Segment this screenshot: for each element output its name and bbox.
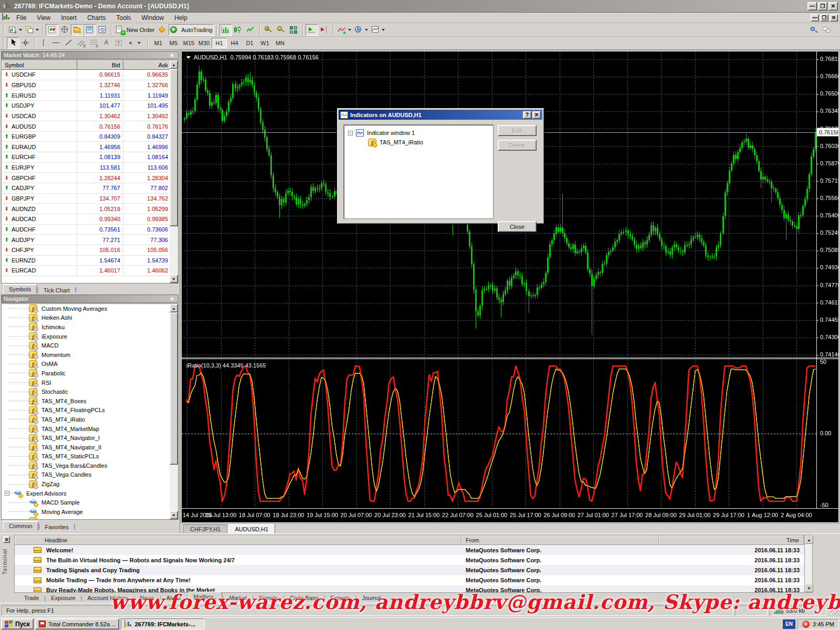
market-watch-row[interactable]: ⬆CADJPY 77.767 77.802 (2, 183, 171, 194)
column-header-headline[interactable]: Headline (15, 536, 461, 544)
chart-collapse-icon[interactable] (186, 56, 191, 59)
tree-collapse-icon[interactable]: − (348, 131, 353, 135)
navigator-item-partial[interactable]: f (2, 517, 178, 520)
mailbox-row[interactable]: Buy Ready-Made Robots, Magazines and Boo… (15, 585, 813, 593)
menu-charts[interactable]: Charts (82, 13, 111, 23)
navigator-item-tas-vega-bars-candles[interactable]: fTAS_Vega Bars&Candles (2, 461, 178, 470)
timeframe-m1[interactable]: M1 (151, 38, 166, 48)
dropdown-arrow-icon[interactable] (348, 29, 351, 31)
autotrading-button[interactable]: AutoTrading (169, 24, 214, 36)
market-watch-row[interactable]: ⬆EURNZD 1.54674 1.54739 (2, 255, 171, 266)
clock[interactable]: 3:45 PM (813, 621, 834, 627)
auto-scroll-button[interactable] (306, 24, 318, 36)
navigator-item-parabolic[interactable]: fParabolic (2, 369, 178, 378)
dropdown-arrow-icon[interactable] (138, 42, 141, 44)
chart-tab-audusd-h1[interactable]: AUDUSD,H1 (228, 524, 275, 533)
market-watch-row[interactable]: ⬆EURJPY 113.581 113.606 (2, 162, 171, 173)
start-button[interactable]: Пуск (1, 618, 34, 629)
language-indicator[interactable]: EN (783, 620, 795, 629)
terminal-tab-alerts[interactable]: Alerts (162, 593, 186, 603)
terminal-tab-code-base[interactable]: Code Base (285, 593, 323, 603)
terminal-tab-exposure[interactable]: Exposure (46, 593, 80, 603)
chart-tab-chfjpy-h1[interactable]: CHFJPY,H1 (183, 524, 227, 533)
search-button[interactable] (807, 24, 820, 36)
dialog-indicator-list[interactable]: − Indicator window 1 f TAS_MT4_iRatio (343, 124, 494, 219)
strategy-tester-button[interactable] (96, 24, 109, 36)
market-watch-caption[interactable]: Market Watch: 14:45:24 ✕ (1, 51, 178, 59)
text-label-button[interactable]: T (113, 37, 125, 49)
navigator-item-stochastic[interactable]: fStochastic (2, 387, 178, 396)
dropdown-arrow-icon[interactable] (19, 29, 22, 31)
menu-insert[interactable]: Insert (56, 13, 82, 23)
terminal-tab-journal[interactable]: Journal (357, 593, 385, 603)
minimize-button[interactable]: — (807, 2, 817, 10)
data-window-button[interactable] (58, 24, 71, 36)
terminal-tab-experts[interactable]: Experts (326, 593, 354, 603)
market-watch-toggle-button[interactable] (46, 24, 58, 36)
dropdown-arrow-icon[interactable] (365, 29, 368, 31)
dropdown-arrow-icon[interactable] (36, 29, 39, 31)
crosshair-button[interactable] (19, 37, 32, 49)
market-watch-row[interactable]: ⬇AUDNZD 1.05219 1.05299 (2, 204, 171, 214)
zoom-out-button[interactable]: - (275, 24, 288, 36)
column-header-bid[interactable]: Bid (77, 61, 123, 70)
chart-shift-button[interactable] (318, 24, 331, 36)
market-watch-tab-symbols[interactable]: Symbols (3, 285, 37, 294)
timeframe-h4[interactable]: H4 (227, 38, 242, 48)
market-watch-row[interactable]: ⬆EURUSD 1.11931 1.11949 (2, 90, 171, 101)
chart-line-button[interactable] (245, 24, 257, 36)
navigator-item-tas-mt4-floatingpcls[interactable]: fTAS_MT4_FloatingPCLs (2, 406, 178, 415)
market-watch-row[interactable]: ⬆EURAUD 1.46956 1.46996 (2, 142, 171, 152)
market-watch-row[interactable]: ⬆AUDJPY 77.271 77.306 (2, 235, 171, 245)
dialog-close-button[interactable]: ✕ (532, 111, 541, 119)
edit-button[interactable]: Edit (498, 125, 537, 136)
navigator-item-tas-mt4-boxes[interactable]: fTAS_MT4_Boxes (2, 396, 178, 406)
market-watch-row[interactable]: ⬇GBPCHF 1.28244 1.28304 (2, 173, 171, 183)
dialog-title-bar[interactable]: Indicators on AUDUSD,H1 ? ✕ (339, 110, 542, 120)
menu-tools[interactable]: Tools (111, 13, 136, 23)
navigator-item-heiken-ashi[interactable]: fHeiken Ashi (2, 313, 178, 323)
navigator-item-expert-advisors[interactable]: −Expert Advisors (2, 489, 178, 498)
timeframe-m15[interactable]: M15 (181, 38, 196, 48)
periods-button[interactable] (353, 24, 370, 36)
delete-button[interactable]: Delete (498, 140, 537, 151)
terminal-tab-market[interactable]: Market (225, 593, 252, 603)
market-watch-row[interactable]: ⬇CHFJPY 105.016 105.056 (2, 245, 171, 255)
menu-window[interactable]: Window (136, 13, 170, 23)
navigator-item-tas-mt4-navigator-ii[interactable]: fTAS_MT4_Navigator_II (2, 443, 178, 452)
navigator-item-moving-average[interactable]: Moving Average (2, 507, 178, 517)
market-watch-tab-tick-chart[interactable]: Tick Chart (38, 286, 75, 295)
column-header-from[interactable]: From (461, 536, 659, 544)
column-header-symbol[interactable]: Symbol (2, 61, 77, 70)
terminal-close-button[interactable]: ✕ (3, 536, 10, 543)
fibonacci-button[interactable]: F (88, 37, 100, 49)
navigator-item-ichimoku[interactable]: fIchimoku (2, 322, 178, 332)
collapse-icon[interactable]: − (5, 491, 9, 496)
navigator-item-macd[interactable]: fMACD (2, 341, 178, 350)
market-watch-row[interactable]: ⬇EURCAD 1.46017 1.46062 (2, 266, 171, 276)
menu-view[interactable]: View (32, 13, 56, 23)
market-watch-row[interactable]: ⬇GBPJPY 134.707 134.762 (2, 193, 171, 204)
column-header-ask[interactable]: Ask (123, 61, 171, 70)
navigator-tab-favorites[interactable]: Favorites (39, 523, 74, 531)
navigator-close-icon[interactable]: ✕ (169, 296, 176, 302)
navigator-item-tas-mt4-staticpcls[interactable]: fTAS_MT4_StaticPCLs (2, 452, 178, 461)
close-dialog-button[interactable]: Close (498, 221, 537, 232)
trendline-button[interactable] (62, 37, 75, 49)
navigator-toggle-button[interactable]: ★ (71, 24, 83, 36)
new-order-button[interactable]: +New Order (114, 24, 156, 36)
mailbox-row[interactable]: The Built-in Virtual Hosting — Robots an… (15, 555, 813, 565)
market-watch-row[interactable]: ⬇USDCAD 1.30462 1.30492 (2, 111, 171, 121)
market-watch-row[interactable]: ⬆EURCHF 1.08139 1.08164 (2, 152, 171, 163)
terminal-tab-trade[interactable]: Trade (19, 593, 44, 603)
chat-button[interactable] (820, 24, 833, 36)
market-watch-row[interactable]: ⬇AUDUSD 0.76156 0.76176 (2, 121, 171, 132)
navigator-item-tas-mt4-iratio[interactable]: fTAS_MT4_iRatio (2, 415, 178, 424)
navigator-item-tas-mt4-navigator-i[interactable]: fTAS_MT4_Navigator_I (2, 433, 178, 443)
shapes-button[interactable]: ✦ (125, 37, 142, 49)
profiles-button[interactable] (24, 24, 40, 36)
navigator-item-iexposure[interactable]: fiExposure (2, 332, 178, 341)
navigator-item-rsi[interactable]: fRSI (2, 378, 178, 387)
indicators-add-button[interactable]: + (336, 24, 353, 36)
navigator-caption[interactable]: Navigator ✕ (1, 295, 178, 303)
